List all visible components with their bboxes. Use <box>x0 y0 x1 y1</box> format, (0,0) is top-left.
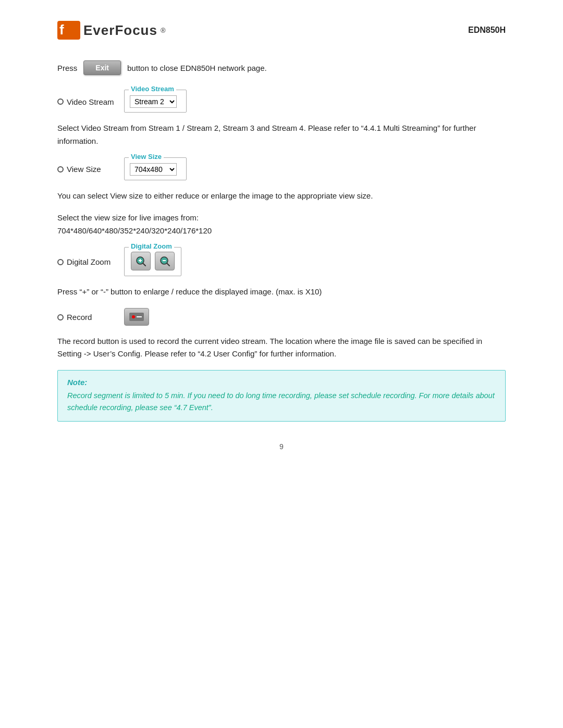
record-line <box>137 316 142 317</box>
video-stream-select[interactable]: Stream 1 Stream 2 Stream 3 Stream 4 <box>130 95 177 108</box>
video-stream-legend: Video Stream <box>129 85 176 93</box>
record-button[interactable] <box>124 308 149 326</box>
record-para: The record button is used to record the … <box>57 335 506 361</box>
view-size-fieldbox: View Size 704x480 640x480 352x240 320x24… <box>124 157 187 180</box>
bullet-icon <box>57 259 64 265</box>
page-number: 9 <box>57 442 506 451</box>
record-row: Record <box>57 308 506 326</box>
digital-zoom-row: Digital Zoom Digital Zoom <box>57 247 506 276</box>
model-name: EDN850H <box>468 26 506 35</box>
view-size-label: View Size <box>67 165 101 174</box>
logo: f EverFocus® <box>57 21 166 40</box>
bullet-icon <box>57 166 64 172</box>
view-size-legend: View Size <box>129 153 164 161</box>
page-header: f EverFocus® EDN850H <box>57 21 506 40</box>
zoom-out-icon <box>159 255 170 267</box>
exit-button[interactable]: Exit <box>83 60 121 75</box>
zoom-in-icon <box>135 255 146 267</box>
svg-line-5 <box>143 263 146 266</box>
record-icon <box>129 313 144 321</box>
logo-reg: ® <box>161 27 166 34</box>
video-stream-para: Select Video Stream from Stream 1 / Stre… <box>57 122 506 148</box>
zoom-in-button[interactable] <box>131 252 151 270</box>
digital-zoom-legend: Digital Zoom <box>129 242 174 250</box>
svg-text:f: f <box>59 22 64 38</box>
digital-zoom-fieldbox: Digital Zoom <box>124 247 181 276</box>
digital-zoom-para: Press “+” or “-” button to enlarge / red… <box>57 286 506 299</box>
digital-zoom-bullet: Digital Zoom <box>57 256 115 266</box>
view-size-para2: Select the view size for live images fro… <box>57 212 506 238</box>
press-description: button to close EDN850H network page. <box>127 64 267 72</box>
view-size-bullet: View Size <box>57 164 115 174</box>
bullet-icon <box>57 98 64 105</box>
video-stream-fieldbox: Video Stream Stream 1 Stream 2 Stream 3 … <box>124 90 187 113</box>
note-box: Note: Record segment is limited to 5 min… <box>57 370 506 422</box>
video-stream-bullet: Video Stream <box>57 96 115 106</box>
view-size-para1: You can select View size to either reduc… <box>57 190 506 203</box>
logo-text: EverFocus <box>83 22 157 39</box>
svg-line-8 <box>167 263 170 266</box>
record-dot <box>132 315 135 318</box>
digital-zoom-label: Digital Zoom <box>67 257 111 266</box>
record-bullet: Record <box>57 312 115 322</box>
note-title: Note: <box>67 378 496 387</box>
zoom-out-button[interactable] <box>155 252 175 270</box>
view-size-select[interactable]: 704x480 640x480 352x240 320x240 176x120 <box>130 163 177 176</box>
video-stream-label: Video Stream <box>67 97 114 106</box>
press-label: Press <box>57 64 77 72</box>
logo-icon: f <box>57 21 80 40</box>
press-exit-row: Press Exit button to close EDN850H netwo… <box>57 60 506 75</box>
record-label: Record <box>67 313 92 322</box>
view-size-row: View Size View Size 704x480 640x480 352x… <box>57 157 506 180</box>
note-text: Record segment is limited to 5 min. If y… <box>67 390 496 414</box>
video-stream-row: Video Stream Video Stream Stream 1 Strea… <box>57 90 506 113</box>
bullet-icon <box>57 314 64 320</box>
